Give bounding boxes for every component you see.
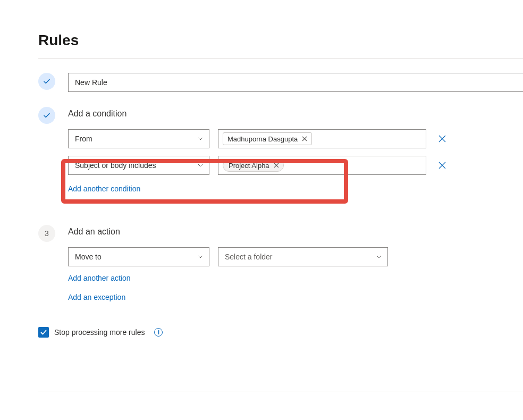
add-exception-link[interactable]: Add an exception <box>68 293 523 301</box>
condition-value-field[interactable]: Project Alpha <box>218 156 426 175</box>
divider-top <box>38 58 523 59</box>
step-1-check-icon <box>38 73 55 90</box>
step-2-check-icon <box>38 107 55 124</box>
action-type-label: Move to <box>75 253 102 261</box>
condition-row: Subject or body includes Project Alpha <box>68 156 523 175</box>
chip-remove-icon[interactable] <box>272 161 281 170</box>
divider-bottom <box>38 391 523 391</box>
rule-name-input[interactable] <box>68 73 523 92</box>
stop-processing-checkbox[interactable] <box>38 327 49 338</box>
condition-row: From Madhuporna Dasgupta <box>68 129 523 148</box>
action-row: Move to Select a folder <box>68 247 523 266</box>
chevron-down-icon <box>197 254 204 260</box>
person-chip: Madhuporna Dasgupta <box>223 132 312 145</box>
condition-value-field[interactable]: Madhuporna Dasgupta <box>218 129 426 148</box>
folder-dropdown[interactable]: Select a folder <box>218 247 388 266</box>
action-type-dropdown[interactable]: Move to <box>68 247 209 266</box>
chevron-down-icon <box>376 254 382 260</box>
stop-processing-label: Stop processing more rules <box>54 328 145 337</box>
chevron-down-icon <box>197 136 204 142</box>
delete-condition-button[interactable] <box>435 158 450 173</box>
keyword-chip: Project Alpha <box>223 159 284 172</box>
chip-label: Madhuporna Dasgupta <box>227 135 298 143</box>
add-another-condition-link[interactable]: Add another condition <box>68 184 140 193</box>
chevron-down-icon <box>197 162 204 169</box>
condition-type-dropdown[interactable]: From <box>68 129 209 148</box>
delete-condition-button[interactable] <box>435 131 450 146</box>
condition-type-label: From <box>75 135 92 143</box>
condition-type-label: Subject or body includes <box>75 161 156 170</box>
page-title: Rules <box>38 32 523 49</box>
condition-type-dropdown[interactable]: Subject or body includes <box>68 156 209 175</box>
step-3-number-icon: 3 <box>38 225 55 242</box>
actions-title: Add an action <box>68 227 523 237</box>
folder-placeholder: Select a folder <box>225 253 273 261</box>
chip-label: Project Alpha <box>229 162 269 170</box>
chip-remove-icon[interactable] <box>300 134 309 144</box>
step-number-label: 3 <box>45 229 49 238</box>
conditions-title: Add a condition <box>68 109 523 119</box>
info-icon[interactable]: i <box>154 328 163 337</box>
add-another-action-link[interactable]: Add another action <box>68 274 523 282</box>
